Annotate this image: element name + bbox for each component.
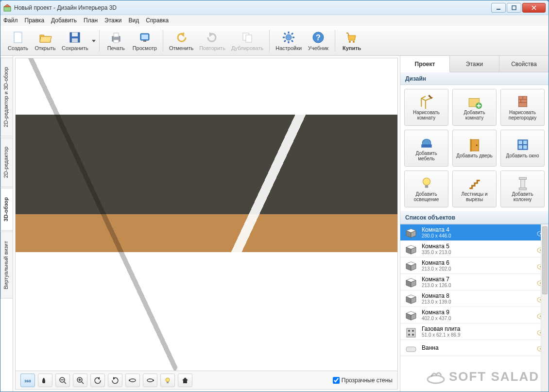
objects-scrollbar[interactable]: [541, 224, 549, 392]
buy-button[interactable]: Купить: [338, 27, 365, 54]
preview-button[interactable]: Просмотр: [130, 27, 160, 54]
save-icon: [68, 31, 82, 44]
print-button[interactable]: Печать: [103, 27, 130, 54]
menu-Добавить[interactable]: Добавить: [51, 17, 77, 24]
view-tilt-r-button[interactable]: [143, 374, 157, 387]
svg-rect-71: [520, 179, 525, 188]
duplicate-button: Дублировать: [228, 27, 266, 54]
buy-icon: [345, 31, 359, 44]
view-tab-2d3d[interactable]: 2D-редактор и 3D-обзор: [0, 58, 13, 136]
open-button[interactable]: Открыть: [32, 27, 59, 54]
view-pan-button[interactable]: [38, 374, 52, 387]
view-tab-3d[interactable]: 3D-обзор: [0, 188, 13, 231]
panel-tab-Этажи[interactable]: Этажи: [450, 56, 499, 72]
svg-rect-64: [470, 139, 471, 152]
object-box-icon: [404, 243, 418, 255]
panel-tab-Свойства[interactable]: Свойства: [499, 56, 549, 72]
object-item[interactable]: Газовая плита51.0 x 62.1 x 86.9: [400, 324, 549, 340]
svg-rect-14: [114, 40, 119, 43]
stairs-card[interactable]: Лестницы и вырезы: [452, 170, 497, 207]
stairs-label: Лестницы и вырезы: [455, 191, 494, 203]
minimize-button[interactable]: [491, 3, 506, 13]
svg-point-22: [286, 34, 292, 40]
svg-point-47: [147, 379, 153, 382]
save-dropdown[interactable]: [91, 27, 96, 54]
undo-button[interactable]: Отменить: [166, 27, 196, 54]
object-dimensions: 213.0 x 126.0: [422, 283, 537, 288]
svg-point-105: [408, 330, 410, 332]
stairs-icon: [467, 176, 482, 190]
svg-rect-21: [246, 35, 252, 42]
add-window-card[interactable]: Добавить окно: [500, 130, 545, 167]
object-item[interactable]: Комната 8213.0 x 139.0: [400, 290, 549, 307]
objects-section-header: Список объектов: [400, 211, 549, 224]
object-item[interactable]: Комната 6213.0 x 202.0: [400, 257, 549, 274]
add-furniture-card[interactable]: Добавить мебель: [404, 130, 448, 167]
svg-point-106: [412, 330, 414, 332]
view-360-button[interactable]: 360: [20, 374, 35, 387]
object-item[interactable]: Комната 7213.0 x 126.0: [400, 274, 549, 290]
add-room-icon: [467, 94, 482, 109]
object-item[interactable]: Комната 4280.0 x 446.0: [400, 224, 549, 241]
menu-Правка[interactable]: Правка: [25, 17, 45, 24]
view-tab-2d[interactable]: 2D-редактор: [0, 137, 13, 187]
toolbar-separator: [99, 30, 100, 51]
add-light-card[interactable]: Добавить освещение: [404, 170, 448, 207]
svg-rect-16: [141, 34, 148, 39]
svg-marker-18: [181, 32, 184, 37]
svg-marker-46: [129, 379, 130, 381]
panel-tab-Проект[interactable]: Проект: [400, 56, 450, 72]
tutorial-button[interactable]: ?Учебник: [305, 27, 332, 54]
maximize-button[interactable]: [507, 3, 521, 13]
right-panel-tabs: ПроектЭтажиСвойства: [400, 56, 549, 72]
scrollbar-thumb[interactable]: [542, 226, 548, 294]
draw-room-label: Нарисовать комнату: [407, 110, 446, 121]
add-door-card[interactable]: Добавить дверь: [452, 130, 497, 167]
window-buttons: [491, 3, 546, 13]
object-bath-icon: [404, 342, 418, 354]
new-button[interactable]: Создать: [4, 27, 32, 54]
menu-Справка[interactable]: Справка: [146, 17, 169, 24]
svg-marker-11: [92, 40, 96, 42]
save-button[interactable]: Сохранить: [59, 27, 91, 54]
add-column-icon: [515, 176, 530, 190]
view-home-button[interactable]: [178, 374, 192, 387]
view-zoom-out-button[interactable]: [55, 374, 70, 387]
buy-label: Купить: [343, 45, 361, 51]
transparent-walls-label: Прозрачные стены: [342, 377, 393, 384]
svg-rect-70: [425, 185, 428, 187]
object-item[interactable]: Комната 9402.0 x 437.0: [400, 307, 549, 324]
view-tilt-l-button[interactable]: [125, 374, 140, 387]
3d-canvas[interactable]: [16, 58, 397, 371]
open-label: Открыть: [34, 45, 55, 51]
object-title: Комната 5: [422, 243, 537, 250]
view-zoom-in-button[interactable]: [73, 374, 87, 387]
view-rotate-cw-button[interactable]: [108, 374, 122, 387]
object-item[interactable]: Комната 5335.0 x 213.0: [400, 241, 549, 257]
close-button[interactable]: [522, 3, 546, 13]
draw-partition-card[interactable]: Нарисовать перегородку: [500, 89, 545, 126]
menu-Вид[interactable]: Вид: [128, 17, 139, 24]
svg-line-29: [292, 33, 293, 34]
view-rotate-ccw-button[interactable]: [90, 374, 105, 387]
svg-rect-104: [407, 328, 415, 337]
svg-rect-111: [406, 347, 416, 352]
add-room-card[interactable]: Добавить комнату: [452, 89, 497, 126]
view-tab-vr[interactable]: Виртуальный визит: [0, 232, 13, 299]
menu-Этажи[interactable]: Этажи: [104, 17, 121, 24]
draw-room-card[interactable]: Нарисовать комнату: [404, 89, 448, 126]
menu-Файл[interactable]: Файл: [3, 17, 18, 24]
view-light-button[interactable]: [160, 374, 175, 387]
add-column-card[interactable]: Добавить колонну: [500, 170, 545, 207]
new-icon: [11, 31, 25, 44]
app-window: Новый проект - Дизайн Интерьера 3D ФайлП…: [0, 0, 549, 392]
object-dimensions: 402.0 x 437.0: [422, 316, 537, 321]
settings-button[interactable]: Настройки: [273, 27, 305, 54]
transparent-walls-checkbox[interactable]: Прозрачные стены: [333, 377, 393, 384]
menu-План[interactable]: План: [84, 17, 98, 24]
redo-icon: [206, 31, 219, 44]
object-item[interactable]: Ванна: [400, 340, 549, 356]
draw-partition-icon: [515, 94, 530, 109]
svg-text:?: ?: [316, 34, 321, 42]
print-label: Печать: [107, 45, 125, 51]
